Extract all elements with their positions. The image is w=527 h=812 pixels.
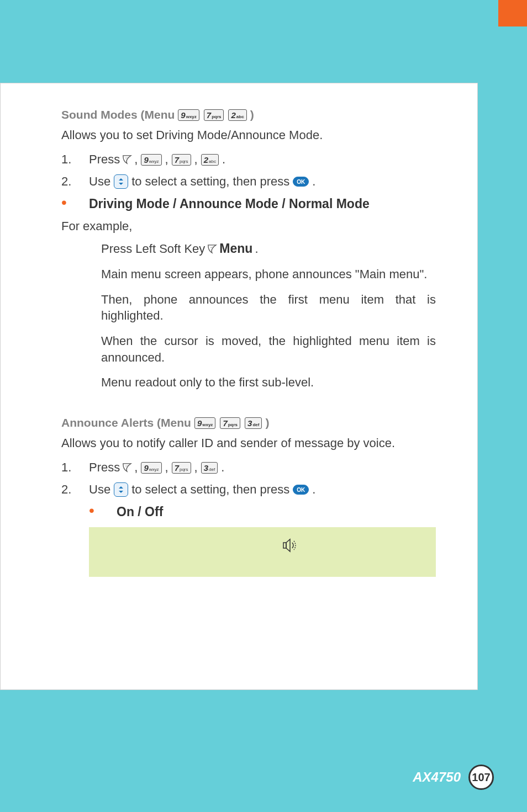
heading-text: Sound Modes (Menu bbox=[61, 108, 175, 121]
left-softkey-icon bbox=[122, 155, 132, 164]
modes-text: Driving Mode / Announce Mode / Normal Mo… bbox=[89, 197, 370, 211]
heading-text-end: ) bbox=[265, 416, 269, 429]
ok-key-icon: OK bbox=[293, 485, 309, 495]
for-example-label: For example, bbox=[61, 219, 436, 233]
example-line-1: Press Left Soft Key Menu. bbox=[101, 240, 436, 257]
step-number: 2. bbox=[61, 482, 89, 497]
example-line-3: Then, phone announces the first menu ite… bbox=[101, 291, 436, 324]
modes-bullet: • Driving Mode / Announce Mode / Normal … bbox=[61, 197, 436, 211]
section2-step1: 1. Press , 9wxyz , 7pqrs , 3def . bbox=[61, 460, 436, 475]
note-box bbox=[89, 527, 436, 577]
step1-label: Press bbox=[89, 152, 120, 167]
section2-intro: Allows you to notify caller ID and sende… bbox=[61, 436, 436, 450]
key-9: 9wxyz bbox=[141, 462, 161, 474]
key-2: 2abc bbox=[201, 154, 219, 166]
key-9: 9wxyz bbox=[194, 417, 215, 429]
step2-b: to select a setting, then press bbox=[131, 482, 289, 497]
ex1-c: . bbox=[255, 241, 258, 257]
step2-c: . bbox=[312, 482, 315, 497]
left-softkey-icon bbox=[207, 244, 217, 254]
options-text: On / Off bbox=[117, 505, 163, 519]
key-9: 9wxyz bbox=[178, 109, 199, 121]
model-label: AX4750 bbox=[413, 769, 461, 785]
step2-b: to select a setting, then press bbox=[131, 174, 289, 189]
section-heading-announce-alerts: Announce Alerts (Menu 9wxyz 7pqrs 3def ) bbox=[61, 416, 436, 429]
step-number: 2. bbox=[61, 174, 89, 189]
ex1-menu: Menu bbox=[219, 240, 252, 257]
example-line-5: Menu readout only to the first sub-level… bbox=[101, 374, 436, 391]
section-heading-sound-modes: Sound Modes (Menu 9wxyz 7pqrs 2abc ) bbox=[61, 108, 436, 121]
svg-point-4 bbox=[126, 466, 127, 466]
example-line-2: Main menu screen appears, phone announce… bbox=[101, 266, 436, 283]
svg-point-0 bbox=[126, 158, 127, 158]
key-9: 9wxyz bbox=[141, 154, 161, 166]
bullet-icon: • bbox=[61, 197, 89, 209]
options-bullet: • On / Off bbox=[61, 505, 436, 519]
svg-point-3 bbox=[213, 246, 213, 247]
svg-point-5 bbox=[128, 465, 128, 466]
step2-c: . bbox=[312, 174, 315, 189]
key-7: 7pqrs bbox=[172, 462, 191, 474]
section1-step1: 1. Press , 9wxyz , 7pqrs , 2abc . bbox=[61, 152, 436, 167]
key-3: 3def bbox=[201, 462, 218, 474]
nav-updown-icon bbox=[114, 174, 128, 189]
step2-a: Use bbox=[89, 174, 110, 189]
section1-step2: 2. Use to select a setting, then press O… bbox=[61, 174, 436, 189]
key-3: 3def bbox=[245, 417, 262, 429]
ok-key-icon: OK bbox=[293, 177, 309, 187]
key-2: 2abc bbox=[228, 109, 246, 121]
heading-text: Announce Alerts (Menu bbox=[61, 416, 191, 429]
nav-updown-icon bbox=[114, 482, 128, 497]
chapter-tab bbox=[498, 0, 527, 26]
left-softkey-icon bbox=[122, 463, 132, 473]
step-number: 1. bbox=[61, 152, 89, 167]
speaker-icon bbox=[282, 537, 298, 556]
page-number: 107 bbox=[468, 765, 494, 790]
section2-step2: 2. Use to select a setting, then press O… bbox=[61, 482, 436, 497]
svg-point-2 bbox=[211, 247, 212, 247]
example-line-4: When the cursor is moved, the highlighte… bbox=[101, 333, 436, 365]
ex1-a: Press Left Soft Key bbox=[101, 241, 205, 257]
page-footer: AX4750 107 bbox=[413, 765, 494, 790]
key-7: 7pqrs bbox=[204, 109, 224, 121]
content-panel: Sound Modes (Menu 9wxyz 7pqrs 2abc ) All… bbox=[0, 83, 478, 690]
svg-point-1 bbox=[128, 157, 128, 158]
step1-label: Press bbox=[89, 460, 120, 475]
step2-a: Use bbox=[89, 482, 110, 497]
key-7: 7pqrs bbox=[220, 417, 240, 429]
bullet-icon: • bbox=[89, 505, 117, 517]
key-7: 7pqrs bbox=[172, 154, 191, 166]
section1-intro: Allows you to set Driving Mode/Announce … bbox=[61, 128, 436, 142]
heading-text-end: ) bbox=[250, 108, 254, 121]
step-number: 1. bbox=[61, 460, 89, 475]
